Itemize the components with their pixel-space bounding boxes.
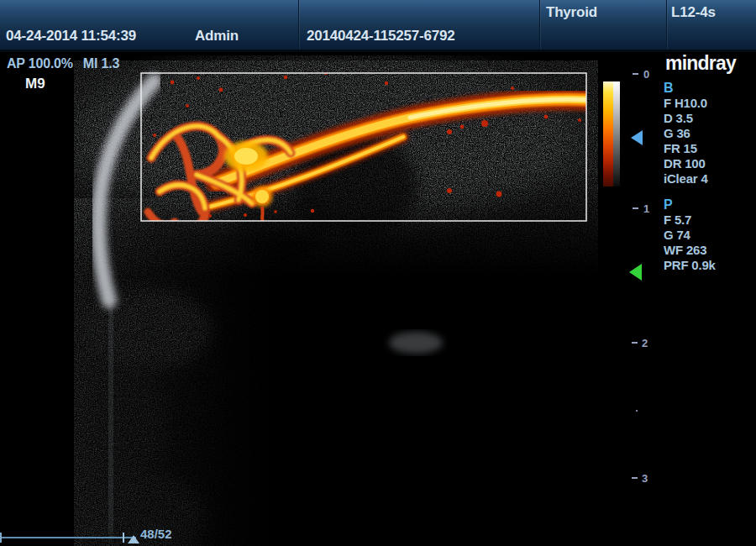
header-exam-id: 20140424-115257-6792	[307, 28, 455, 45]
power-mode-section-label: P	[664, 197, 754, 213]
header-user: Admin	[195, 28, 239, 45]
header-preset[interactable]: Thyroid	[546, 4, 597, 21]
b-param-depth: D 3.5	[664, 111, 754, 126]
grayscale-bar	[613, 81, 620, 186]
b-param-frequency: F H10.0	[664, 96, 754, 111]
cine-progress-line[interactable]	[0, 537, 136, 538]
p-param-frequency: F 5.7	[664, 213, 754, 228]
p-param-wallfilter: WF 263	[664, 243, 754, 258]
cine-start-marker	[0, 533, 2, 543]
header-divider	[539, 0, 540, 50]
doppler-colorbar	[603, 81, 613, 186]
ultrasound-image	[74, 55, 598, 546]
depth-label-3: 3	[642, 472, 648, 485]
header-divider	[298, 0, 299, 50]
depth-label-2: 2	[642, 337, 648, 349]
b-param-gain: G 36	[664, 126, 754, 141]
frame-counter: 48/52	[140, 527, 172, 541]
b-param-iclear: iClear 4	[664, 171, 754, 186]
focus-marker-blue-icon	[631, 130, 643, 145]
b-mode-section-label: B	[664, 81, 754, 96]
header-probe[interactable]: L12-4s	[671, 4, 716, 21]
depth-tick	[632, 342, 638, 344]
mindray-logo: mindray	[665, 52, 754, 75]
focus-marker-green-icon	[629, 264, 642, 281]
header-datetime: 04-24-2014 11:54:39	[6, 28, 136, 45]
b-param-dynamicrange: DR 100	[664, 156, 754, 171]
depth-label-1: 1	[643, 202, 649, 215]
depth-tick	[632, 477, 638, 479]
parameter-panel: mindray B F H10.0 D 3.5 G 36 FR 15 DR 10…	[664, 52, 754, 273]
exam-mode-label: M9	[25, 76, 45, 92]
p-param-prf: PRF 0.9k	[664, 258, 754, 273]
depth-label-0: 0	[643, 68, 649, 81]
p-param-gain: G 74	[664, 228, 754, 243]
depth-tick	[633, 207, 638, 209]
depth-tick	[633, 73, 638, 75]
cine-position-tick	[123, 533, 124, 543]
cine-cursor-icon[interactable]	[128, 535, 139, 543]
ultrasound-app-screen: 04-24-2014 11:54:39 Admin 20140424-11525…	[0, 0, 756, 546]
depth-middot	[636, 410, 638, 412]
acoustic-power-value: AP 100.0%	[7, 56, 73, 71]
header-divider	[666, 0, 667, 50]
b-param-framerate: FR 15	[664, 141, 754, 156]
header-bar: 04-24-2014 11:54:39 Admin 20140424-11525…	[0, 0, 756, 52]
